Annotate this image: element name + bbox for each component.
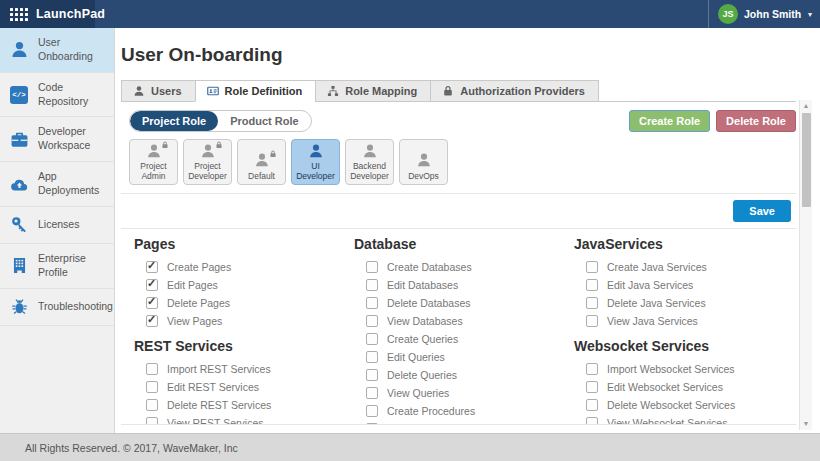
role-card-project-admin[interactable]: Project Admin — [129, 139, 178, 185]
toggle-project-role[interactable]: Project Role — [130, 111, 218, 131]
sidebar-item-developer-workspace[interactable]: Developer Workspace — [0, 117, 114, 162]
checkbox-edit-databases[interactable] — [366, 279, 378, 291]
checkbox-view-queries[interactable] — [366, 387, 378, 399]
permission-item: Edit Procedures — [354, 423, 574, 425]
role-cards: Project Admin Project Developer Default … — [129, 139, 796, 185]
checkbox-view-websocket-services[interactable] — [586, 417, 598, 425]
sidebar-item-code-repository[interactable]: </> Code Repository — [0, 73, 114, 118]
tab-role-mapping[interactable]: Role Mapping — [315, 80, 431, 102]
checkbox-view-databases[interactable] — [366, 315, 378, 327]
permission-item: Create Java Services — [574, 261, 794, 273]
permission-item: Edit Websocket Services — [574, 381, 794, 393]
lock-icon — [269, 150, 277, 158]
code-icon: </> — [9, 85, 29, 105]
sidebar-item-troubleshooting[interactable]: Troubleshooting — [0, 289, 114, 326]
lock-icon — [161, 141, 169, 149]
permission-item: Delete Websocket Services — [574, 399, 794, 411]
permission-item: Delete Queries — [354, 369, 574, 381]
vertical-scrollbar[interactable]: ▲ ▼ — [799, 100, 812, 430]
checkbox-edit-queries[interactable] — [366, 351, 378, 363]
tab-users[interactable]: Users — [121, 80, 196, 102]
checkbox-delete-websocket-services[interactable] — [586, 399, 598, 411]
permission-column: Pages Create Pages Edit Pages Delete Pag… — [134, 237, 354, 424]
permission-item: Delete Databases — [354, 297, 574, 309]
permission-section-rest-services: REST Services Import REST Services Edit … — [134, 339, 354, 425]
caret-down-icon: ▾ — [808, 10, 812, 19]
checkbox-edit-rest-services[interactable] — [146, 381, 158, 393]
checkbox-delete-rest-services[interactable] — [146, 399, 158, 411]
scrollbar-thumb[interactable] — [802, 113, 811, 207]
checkbox-view-java-services[interactable] — [586, 315, 598, 327]
checkbox-delete-pages[interactable] — [146, 297, 158, 309]
app-logo[interactable]: LaunchPad — [0, 0, 95, 28]
checkbox-delete-java-services[interactable] — [586, 297, 598, 309]
toggle-product-role[interactable]: Product Role — [218, 111, 310, 131]
tab-role-definition[interactable]: Role Definition — [195, 80, 317, 102]
checkbox-edit-websocket-services[interactable] — [586, 381, 598, 393]
role-card-project-developer[interactable]: Project Developer — [183, 139, 232, 185]
checkbox-import-websocket-services[interactable] — [586, 363, 598, 375]
checkbox-create-pages[interactable] — [146, 261, 158, 273]
app-title: LaunchPad — [36, 7, 105, 21]
delete-role-button[interactable]: Delete Role — [716, 110, 796, 132]
checkbox-edit-procedures[interactable] — [366, 423, 378, 425]
bug-icon — [9, 297, 29, 317]
sidebar: User Onboarding </> Code Repository Deve… — [0, 28, 115, 433]
person-icon — [200, 143, 216, 159]
checkbox-create-procedures[interactable] — [366, 405, 378, 417]
lock-icon — [215, 141, 223, 149]
checkbox-create-databases[interactable] — [366, 261, 378, 273]
main-content: User On-boarding Users Role Definition R… — [115, 28, 820, 433]
checkbox-import-rest-services[interactable] — [146, 363, 158, 375]
create-role-button[interactable]: Create Role — [629, 110, 710, 132]
permission-section-javaservices: JavaServices Create Java Services Edit J… — [574, 237, 794, 327]
permission-section-database: Database Create Databases Edit Databases… — [354, 237, 574, 425]
person-icon — [254, 152, 270, 169]
permission-item: View Java Services — [574, 315, 794, 327]
tab-authorization-providers[interactable]: Authorization Providers — [430, 80, 599, 102]
checkbox-delete-databases[interactable] — [366, 297, 378, 309]
checkbox-delete-queries[interactable] — [366, 369, 378, 381]
permission-section-pages: Pages Create Pages Edit Pages Delete Pag… — [134, 237, 354, 327]
person-icon — [362, 143, 378, 159]
sidebar-item-enterprise-profile[interactable]: Enterprise Profile — [0, 244, 114, 289]
role-card-default[interactable]: Default — [237, 139, 286, 185]
checkbox-edit-pages[interactable] — [146, 279, 158, 291]
role-card-ui-developer[interactable]: UI Developer — [291, 139, 340, 185]
scroll-down-icon[interactable]: ▼ — [800, 420, 812, 428]
permission-section-title: Database — [354, 237, 574, 252]
permission-item: Create Pages — [134, 261, 354, 273]
save-button[interactable]: Save — [733, 200, 791, 222]
checkbox-view-rest-services[interactable] — [146, 417, 158, 425]
copyright-text: All Rights Reserved. © 2017, WaveMaker, … — [25, 442, 238, 454]
sidebar-item-user-onboarding[interactable]: User Onboarding — [0, 28, 114, 73]
permission-section-title: REST Services — [134, 339, 354, 354]
role-card-devops[interactable]: DevOps — [399, 139, 448, 185]
app-window: LaunchPad JS John Smith ▾ User Onboardin… — [0, 0, 820, 461]
user-icon — [9, 40, 29, 60]
user-menu[interactable]: JS John Smith ▾ — [708, 0, 820, 28]
permission-section-title: JavaServices — [574, 237, 794, 252]
user-avatar: JS — [718, 4, 738, 24]
permission-item: Edit Java Services — [574, 279, 794, 291]
sidebar-item-licenses[interactable]: Licenses — [0, 207, 114, 244]
save-row: Save — [121, 194, 796, 228]
checkbox-view-pages[interactable] — [146, 315, 158, 327]
permission-section-websocket-services: Websocket Services Import Websocket Serv… — [574, 339, 794, 425]
permission-item: View Websocket Services — [574, 417, 794, 425]
checkbox-create-java-services[interactable] — [586, 261, 598, 273]
apps-grid-icon — [10, 8, 28, 21]
sidebar-item-app-deployments[interactable]: App Deployments — [0, 162, 114, 207]
permission-item: Edit REST Services — [134, 381, 354, 393]
scroll-up-icon[interactable]: ▲ — [800, 102, 812, 110]
permission-item: View Queries — [354, 387, 574, 399]
checkbox-edit-java-services[interactable] — [586, 279, 598, 291]
checkbox-create-queries[interactable] — [366, 333, 378, 345]
lock-icon — [442, 85, 454, 97]
permission-item: View REST Services — [134, 417, 354, 425]
permission-item: Create Databases — [354, 261, 574, 273]
top-header: LaunchPad JS John Smith ▾ — [0, 0, 820, 28]
permission-item: Edit Databases — [354, 279, 574, 291]
role-card-backend-developer[interactable]: Backend Developer — [345, 139, 394, 185]
permission-item: Import Websocket Services — [574, 363, 794, 375]
